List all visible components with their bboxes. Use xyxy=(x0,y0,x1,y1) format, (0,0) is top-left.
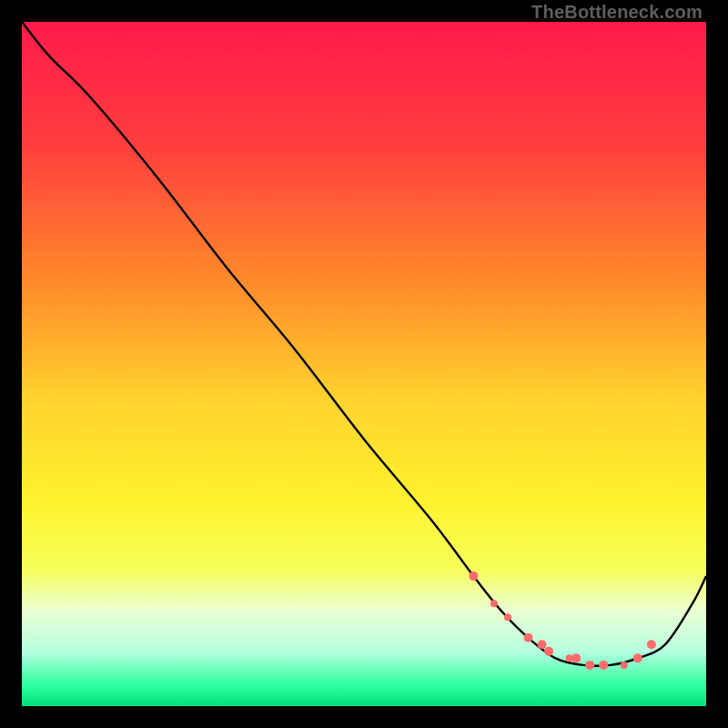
marker-point xyxy=(621,662,628,669)
marker-point xyxy=(647,640,656,649)
watermark-text: TheBottleneck.com xyxy=(531,2,703,23)
marker-point xyxy=(538,640,547,649)
chart-svg xyxy=(22,22,706,706)
marker-point xyxy=(504,613,511,621)
gradient-background xyxy=(22,22,706,706)
marker-point xyxy=(633,653,642,662)
marker-point xyxy=(523,633,532,642)
marker-point xyxy=(490,600,498,607)
marker-point xyxy=(585,661,594,670)
marker-point xyxy=(544,647,553,656)
marker-point xyxy=(571,653,581,662)
marker-point xyxy=(469,571,478,581)
marker-point xyxy=(599,661,608,670)
chart-frame xyxy=(22,22,706,706)
